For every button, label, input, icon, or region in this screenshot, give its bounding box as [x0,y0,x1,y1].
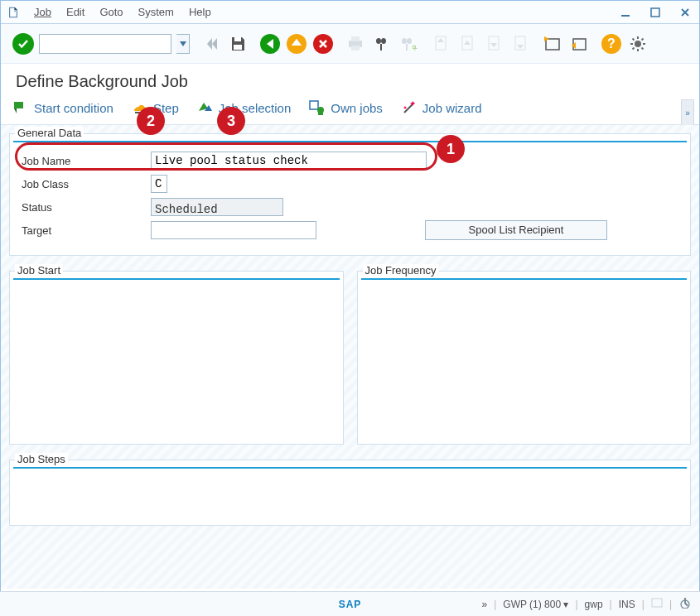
back-button[interactable] [259,33,281,55]
job-name-input[interactable] [151,152,427,170]
svg-rect-18 [652,599,662,607]
menubar: Job Edit Goto System Help [1,1,699,24]
status-system[interactable]: GWP (1) 800 ▾ [503,599,568,610]
job-wizard-label: Job wizard [422,101,482,115]
status-host: gwp [585,599,603,610]
new-session-icon[interactable] [542,33,563,55]
page-first-icon [430,33,451,55]
job-steps-group: Job Steps [9,460,691,526]
status-bar: SAP » | GWP (1) 800 ▾ | gwp | INS | | [0,591,700,616]
job-frequency-group: Job Frequency [357,271,692,445]
system-toolbar: + ? [1,24,699,64]
application-toolbar: Start condition Step Job selection Own j… [1,96,699,125]
annotation-badge-1: 1 [437,135,465,163]
menu-help[interactable]: Help [189,6,211,18]
menu-job[interactable]: Job [34,6,51,18]
svg-rect-6 [351,46,360,51]
help-icon[interactable]: ? [601,33,622,55]
page-title: Define Background Job [1,64,699,96]
job-name-label: Job Name [18,155,151,167]
sap-logo: SAP [339,599,362,610]
svg-rect-1 [651,8,659,17]
command-dropdown-icon[interactable] [176,34,190,54]
svg-rect-12 [546,39,559,50]
command-field[interactable] [39,34,171,54]
customize-layout-icon[interactable] [627,33,649,55]
svg-rect-3 [234,45,242,50]
save-icon[interactable] [227,33,249,55]
toolbar-overflow-button[interactable]: » [681,99,694,126]
annotation-badge-3: 3 [217,107,245,135]
status-scroll-icon [651,598,663,610]
page-last-icon [509,33,531,55]
own-jobs-button[interactable]: Own jobs [309,99,383,116]
page-down-icon [483,33,504,55]
menu-goto[interactable]: Goto [99,6,123,18]
content-area: General Data Job Name Job Class Status S… [1,125,699,589]
job-selection-button[interactable]: Job selection [197,99,292,116]
annotation-badge-2: 2 [137,107,165,135]
close-button[interactable] [678,7,693,18]
menu-edit[interactable]: Edit [66,6,84,18]
own-jobs-label: Own jobs [331,101,383,115]
general-data-group: General Data Job Name Job Class Status S… [9,133,691,256]
status-value: Scheduled [151,198,283,216]
status-abort-icon[interactable] [678,597,690,611]
svg-rect-5 [351,36,360,41]
start-condition-label: Start condition [34,101,113,115]
create-shortcut-icon[interactable] [568,33,590,55]
first-page-icon[interactable] [200,33,222,55]
job-wizard-button[interactable]: Job wizard [401,99,482,116]
job-start-group: Job Start [9,271,344,445]
print-icon [345,33,366,55]
svg-point-14 [635,41,641,47]
svg-rect-17 [318,113,323,115]
find-next-icon: + [398,33,419,55]
document-dropdown-icon[interactable] [7,7,19,18]
minimize-button[interactable] [618,7,633,18]
job-class-input[interactable] [151,175,167,193]
status-insert-mode: INS [619,599,635,610]
target-label: Target [18,224,151,237]
svg-rect-15 [310,101,318,109]
svg-rect-0 [621,15,630,17]
status-label: Status [18,201,151,214]
cancel-button[interactable] [312,33,334,55]
svg-text:+: + [413,44,418,53]
spool-list-recipient-button[interactable]: Spool List Recipient [425,220,607,240]
find-icon[interactable] [371,33,393,55]
job-steps-title: Job Steps [15,453,68,465]
job-class-label: Job Class [18,178,151,190]
start-condition-button[interactable]: Start condition [12,99,113,116]
exit-button[interactable] [286,33,307,55]
job-frequency-title: Job Frequency [363,264,439,277]
svg-point-16 [317,107,324,113]
svg-rect-2 [234,37,241,41]
job-start-title: Job Start [15,264,63,277]
ok-enter-button[interactable] [12,33,34,55]
status-chevrons[interactable]: » [482,599,488,610]
target-input[interactable] [151,221,316,239]
page-up-icon [456,33,478,55]
maximize-button[interactable] [648,7,663,18]
menu-system[interactable]: System [138,6,174,18]
general-data-title: General Data [15,127,84,139]
